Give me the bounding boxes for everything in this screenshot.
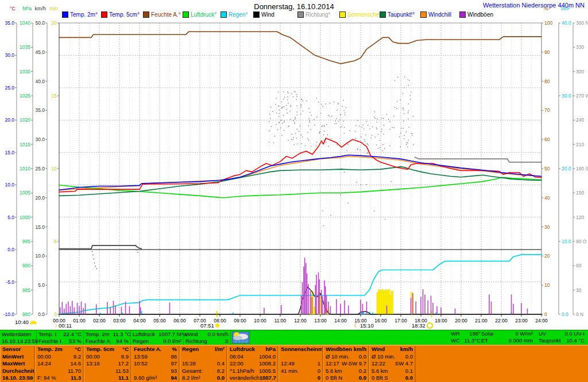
table-cell: SW 4.7 [395, 360, 413, 368]
svg-text:-5.0: -5.0 [6, 279, 14, 285]
svg-text:°C: °C [10, 6, 16, 11]
moonrise-value: 00:11 [59, 322, 72, 329]
table-cell: Gesamt: [182, 368, 203, 375]
status-right-section-1: Solar0 W/m²ET0.000 mm [481, 330, 533, 345]
status-text: S [225, 338, 229, 345]
svg-text:300: 300 [576, 69, 584, 75]
svg-text:1025: 1025 [20, 93, 30, 99]
table-column-regen: Regenl/m²15:280.4Gesamt:8.28.2 l/m²0.0 [180, 346, 227, 382]
svg-text:30: 30 [544, 224, 550, 230]
series-luftdruck [59, 177, 541, 198]
moonset-marker: 15:10 [354, 322, 374, 329]
sunset-icon [427, 322, 433, 329]
moonset-icon [354, 322, 359, 329]
table-column-luftdruck: LuftdruckhPa08:041004.022:001008.2^1.1hP… [227, 346, 278, 382]
svg-text:30.0: 30.0 [562, 93, 571, 99]
table-cell: 00:00 [37, 353, 51, 361]
svg-text:5.0: 5.0 [7, 215, 14, 220]
status-text: 11.3°C [465, 337, 481, 344]
svg-text:06:00: 06:00 [173, 318, 186, 323]
table-cell: 0.0 [405, 353, 413, 361]
table-cell: 1004.0 [259, 353, 276, 361]
series-feuchte-a [59, 32, 541, 64]
status-text: Temp. 2m [86, 331, 110, 338]
status-section-1: Temp. I.22.4 °CFeuchte I.53 % [37, 330, 84, 345]
svg-text:1030: 1030 [20, 69, 30, 75]
svg-text:10.0: 10.0 [35, 253, 45, 259]
table-cell: Ø 10 min. [326, 353, 349, 361]
status-section-0: Wetterdaten16.10.14 23:59 [0, 330, 37, 345]
row-label: MaxWert [2, 360, 25, 368]
status-bar: Wetterdaten16.10.14 23:59Temp. I.22.4 °C… [0, 330, 588, 345]
status-text: Temp. I. [38, 331, 58, 338]
table-cell: 0 [318, 375, 320, 382]
table-column-temp-2m: Temp. 2m°C00:009.214:2414.611.70F: 94 %1… [35, 346, 84, 382]
svg-text:50: 50 [544, 166, 550, 171]
svg-text:240: 240 [576, 117, 584, 123]
table-column-temp-5cm: Temp. 5cm°C00:008.913:1617.211.5311.1 [84, 346, 131, 382]
sunset-value: 18:32 [412, 322, 425, 329]
table-cell: 86 [171, 353, 177, 361]
svg-text:20: 20 [52, 20, 57, 26]
sunset-marker: 18:32 [412, 322, 433, 329]
svg-text:15.0: 15.0 [5, 150, 14, 155]
svg-text:10.0: 10.0 [562, 239, 571, 244]
table-cell: 0 [318, 368, 320, 375]
status-text: 188° [469, 330, 481, 337]
svg-text:22:00: 22:00 [495, 318, 508, 323]
table-cell: 97 [171, 360, 177, 368]
column-header: % [172, 346, 177, 353]
svg-text:km/h: km/h [34, 6, 46, 11]
table-cell: 15:28 [182, 360, 196, 368]
status-text: 22.4 °C [63, 331, 82, 338]
svg-text:60: 60 [576, 263, 582, 268]
svg-text:20.0: 20.0 [5, 117, 14, 123]
table-cell: 0.0 [405, 375, 413, 382]
table-cell: 08:04 [230, 353, 243, 361]
table-cell: 13:59 [134, 353, 148, 361]
svg-text:120: 120 [576, 215, 584, 220]
status-text: Luftdruck [133, 331, 155, 338]
svg-text:90 O: 90 O [576, 239, 587, 244]
table-cell: 0.2 [359, 368, 366, 375]
status-text: 0.0 UV-I [565, 330, 585, 337]
svg-text:40.0: 40.0 [562, 20, 571, 26]
column-header: °C [75, 346, 81, 353]
table-cell: 1005.5 [259, 368, 276, 375]
status-text: 10.4 °C [566, 337, 585, 344]
table-cell: 0.4 [217, 360, 225, 368]
svg-text:19:00: 19:00 [435, 318, 447, 323]
svg-text:0 N: 0 N [576, 311, 583, 317]
svg-text:990: 990 [22, 263, 30, 268]
svg-text:5: 5 [54, 239, 57, 244]
table-cell: 93 [171, 368, 177, 375]
svg-text:980: 980 [22, 311, 30, 317]
status-right-group: WR188°WC11.3°CSolar0 W/m²ET0.000 mmUV0.0… [448, 330, 586, 345]
table-cell: 14.6 [71, 360, 82, 368]
svg-text:11:00: 11:00 [274, 318, 287, 323]
column-header: l/m² [215, 346, 225, 353]
moonset-value: 15:10 [360, 322, 374, 329]
table-cell: Ø 10 min. [372, 353, 395, 361]
column-header: Wind [372, 346, 385, 353]
svg-text:90: 90 [544, 49, 550, 55]
svg-text:35.0: 35.0 [35, 107, 45, 113]
table-cell: 0.0 [359, 353, 366, 361]
svg-text:09:00: 09:00 [234, 318, 246, 323]
moonrise-marker: 00:11 [52, 322, 72, 329]
svg-text:l/m²: l/m² [561, 6, 570, 11]
svg-text:1000: 1000 [20, 215, 30, 220]
statistics-table: SensorMinWertMaxWertDurchschnitt16.10. 2… [0, 345, 588, 382]
table-cell: 94 [171, 375, 177, 382]
sunrise-icon [215, 323, 219, 328]
table-cell: 0.0 [217, 375, 225, 382]
table-column-wind: Windkm/hØ 10 min.0.012:22SW 4.75.6 km0.1… [369, 346, 416, 382]
status-right-section-2: UV0.0 UV-ITaupunkt10.4 °C [539, 330, 585, 345]
svg-text:35.0: 35.0 [5, 20, 14, 26]
table-filler [416, 346, 588, 382]
svg-text:01:00: 01:00 [73, 318, 86, 323]
sunrise-value: 07:51 [200, 322, 214, 329]
column-header: °C [122, 346, 129, 353]
svg-text:1015: 1015 [20, 142, 30, 147]
sunrise-marker: 07:51 [200, 322, 219, 329]
